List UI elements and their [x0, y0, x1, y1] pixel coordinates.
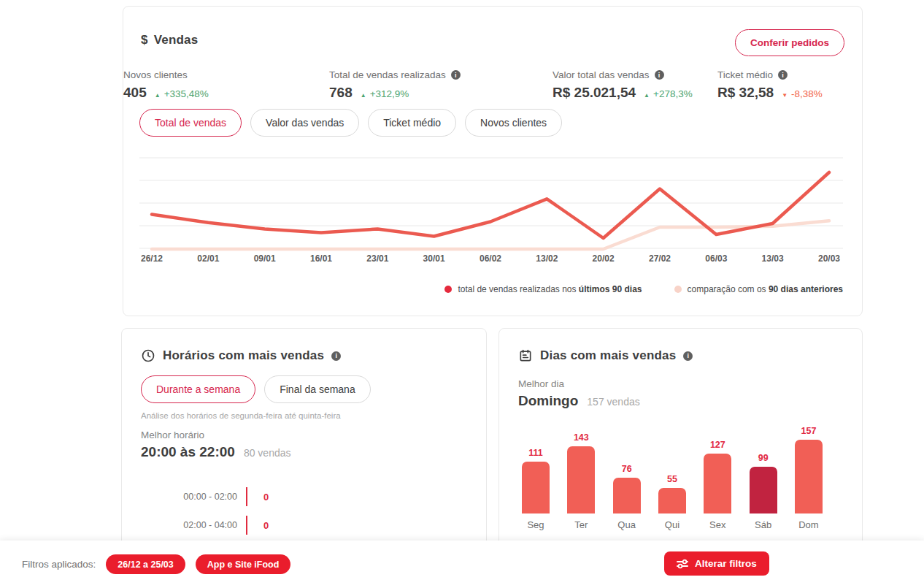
bar — [522, 462, 550, 513]
legend-text: comparação com os 90 dias anteriores — [688, 284, 843, 294]
bar-column-dom: 157Dom — [795, 419, 823, 530]
sales-card-header: $ Vendas — [141, 33, 198, 47]
sales-line-chart: 26/1202/0109/0116/0123/0130/0106/0213/02… — [139, 152, 846, 266]
bar — [613, 478, 641, 513]
x-axis-label: 27/02 — [649, 253, 671, 264]
bar — [658, 488, 686, 513]
chip-ticket-medio[interactable]: Ticket médio — [368, 109, 456, 137]
bar-stack: 111 — [522, 419, 550, 513]
bar-column-qui: 55Qui — [658, 419, 686, 530]
metric-label: Valor total das vendas — [553, 69, 650, 80]
best-hour-label: Melhor horário — [141, 429, 291, 440]
x-axis-label: 16/01 — [310, 253, 332, 264]
x-axis-label: 13/02 — [536, 253, 558, 264]
delta-percent: +312,9% — [370, 88, 409, 99]
metric-label: Novos clientes — [123, 69, 188, 80]
check-orders-button[interactable]: Conferir pedidos — [735, 29, 844, 56]
bar-day-label: Qui — [665, 519, 679, 530]
info-icon[interactable] — [655, 70, 664, 80]
x-axis-label: 06/03 — [705, 253, 727, 264]
x-axis-label: 13/03 — [762, 253, 784, 264]
chip-total-de-vendas[interactable]: Total de vendas — [139, 109, 242, 137]
bar — [567, 446, 595, 513]
info-icon[interactable] — [331, 351, 341, 361]
metric-delta: ▲+335,48% — [155, 88, 209, 99]
x-axis-label: 30/01 — [423, 253, 445, 264]
chip-novos-clientes[interactable]: Novos clientes — [465, 109, 562, 137]
legend-item-previous: comparação com os 90 dias anteriores — [674, 284, 843, 294]
x-axis-label: 26/12 — [141, 253, 163, 264]
best-hour-value: 20:00 às 22:00 — [141, 444, 235, 460]
x-axis-label: 23/01 — [366, 253, 388, 264]
change-filters-label: Alterar filtros — [695, 558, 757, 569]
delta-percent: +278,3% — [653, 88, 693, 99]
chip-durante-a-semana[interactable]: Durante a semana — [141, 375, 255, 403]
bar-value-label: 76 — [622, 464, 632, 474]
best-day-value: Domingo — [518, 393, 578, 409]
slot-axis-tick — [246, 516, 247, 535]
bar-column-qua: 76Qua — [613, 419, 641, 530]
bar-value-label: 127 — [710, 440, 725, 450]
metric-label: Total de vendas realizadas — [329, 69, 446, 80]
metric-label: Ticket médio — [717, 69, 773, 80]
info-icon[interactable] — [451, 70, 461, 80]
bar-value-label: 55 — [667, 474, 677, 484]
bar-stack: 55 — [658, 419, 686, 513]
bar-day-label: Ter — [574, 519, 588, 530]
chip-valor-das-vendas[interactable]: Valor das vendas — [250, 109, 359, 137]
metric-ticket-medio: Ticket médio R$ 32,58 ▼-8,38% — [717, 69, 823, 101]
week-period-chips: Durante a semanaFinal da semana — [141, 375, 371, 403]
best-hour-line: 20:00 às 22:00 80 vendas — [141, 444, 291, 460]
clock-icon — [141, 348, 155, 363]
slot-range: 00:00 - 02:00 — [158, 492, 237, 502]
metric-value: 405 — [123, 85, 147, 101]
bar-day-label: Sáb — [755, 519, 771, 530]
metric-value-row: R$ 25.021,54 ▲+278,3% — [553, 85, 693, 101]
bar-stack: 99 — [750, 419, 777, 513]
bar-column-seg: 111Seg — [522, 419, 550, 530]
metric-novos-clientes: Novos clientes 405 ▲+335,48% — [123, 69, 209, 101]
hour-slot-list: 00:00 - 02:00 0 02:00 - 04:00 0 — [158, 487, 269, 535]
bar-day-label: Sex — [709, 519, 725, 530]
sales-metric-chips: Total de vendasValor das vendasTicket mé… — [139, 109, 562, 137]
change-filters-button[interactable]: Alterar filtros — [664, 551, 769, 576]
info-icon[interactable] — [683, 351, 693, 361]
best-days-title: Dias com mais vendas — [540, 348, 676, 363]
x-axis-label: 20/02 — [593, 253, 615, 264]
dollar-icon: $ — [141, 33, 148, 47]
slot-axis-tick — [246, 487, 247, 506]
best-hours-title: Horários com mais vendas — [163, 348, 324, 363]
best-hour-block: Melhor horário 20:00 às 22:00 80 vendas — [141, 429, 291, 460]
metric-total-vendas: Total de vendas realizadas 768 ▲+312,9% — [329, 69, 461, 101]
slot-value: 0 — [263, 520, 269, 531]
bar-day-label: Seg — [527, 519, 544, 530]
chip-final-da-semana[interactable]: Final da semana — [264, 375, 371, 403]
sliders-icon — [677, 559, 688, 569]
bar-column-ter: 143Ter — [567, 419, 595, 530]
slot-range: 02:00 - 04:00 — [158, 520, 237, 530]
x-axis-label: 02/01 — [197, 253, 219, 264]
bar-stack: 76 — [613, 419, 641, 513]
metric-label-row: Novos clientes — [123, 69, 209, 80]
calendar-icon — [518, 348, 533, 363]
delta-percent: +335,48% — [164, 88, 209, 99]
slot-value: 0 — [263, 492, 269, 503]
bar-day-label: Qua — [617, 519, 636, 530]
info-icon[interactable] — [778, 70, 788, 80]
bar-value-label: 157 — [801, 426, 817, 436]
bar-value-label: 143 — [574, 432, 589, 443]
chart-legend: total de vendas realizadas nos últimos 9… — [444, 284, 843, 294]
metric-value-row: 405 ▲+335,48% — [123, 85, 209, 101]
x-axis-label: 20/03 — [818, 253, 840, 264]
metric-value: R$ 32,58 — [717, 85, 774, 101]
best-hours-header: Horários com mais vendas — [141, 348, 341, 363]
trend-arrow-icon: ▼ — [782, 92, 788, 99]
metric-valor-vendas: Valor total das vendas R$ 25.021,54 ▲+27… — [553, 69, 693, 101]
bar-value-label: 99 — [758, 453, 769, 463]
trend-arrow-icon: ▲ — [155, 92, 161, 99]
hours-analysis-caption: Análise dos horários de segunda-feira at… — [141, 411, 341, 420]
legend-dot-previous — [674, 286, 682, 293]
bar — [704, 454, 731, 513]
metric-value-row: 768 ▲+312,9% — [329, 85, 461, 101]
applied-filters-label: Filtros aplicados: — [22, 559, 96, 570]
